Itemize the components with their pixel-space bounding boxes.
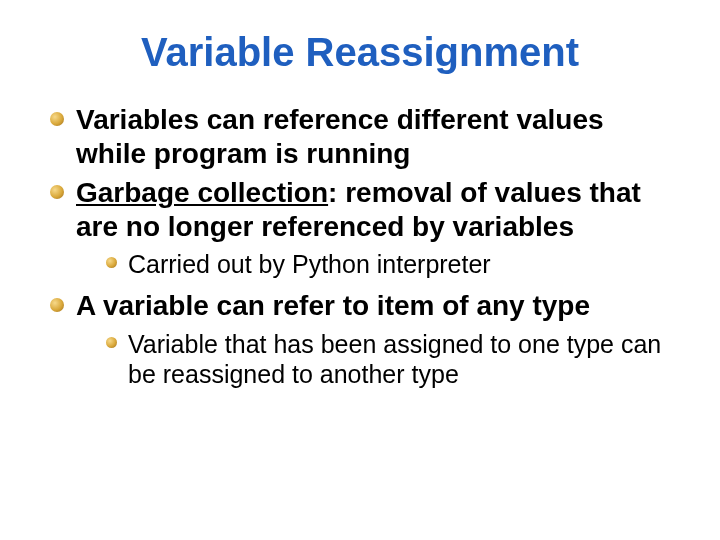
bullet-list: Variables can reference different values… <box>50 103 670 389</box>
sub-bullet-list: Carried out by Python interpreter <box>76 249 670 279</box>
sub-bullet-item: Variable that has been assigned to one t… <box>106 329 670 389</box>
slide: Variable Reassignment Variables can refe… <box>0 0 720 540</box>
sub-bullet-list: Variable that has been assigned to one t… <box>76 329 670 389</box>
bullet-text: A variable can refer to item of any type <box>76 290 590 321</box>
bullet-text: Variables can reference different values… <box>76 104 604 169</box>
sub-bullet-text: Variable that has been assigned to one t… <box>128 330 661 388</box>
bullet-item: Garbage collection: removal of values th… <box>50 176 670 279</box>
slide-title: Variable Reassignment <box>50 30 670 75</box>
sub-bullet-item: Carried out by Python interpreter <box>106 249 670 279</box>
term-underline: Garbage collection <box>76 177 328 208</box>
bullet-item: A variable can refer to item of any type… <box>50 289 670 389</box>
bullet-item: Variables can reference different values… <box>50 103 670 170</box>
sub-bullet-text: Carried out by Python interpreter <box>128 250 491 278</box>
